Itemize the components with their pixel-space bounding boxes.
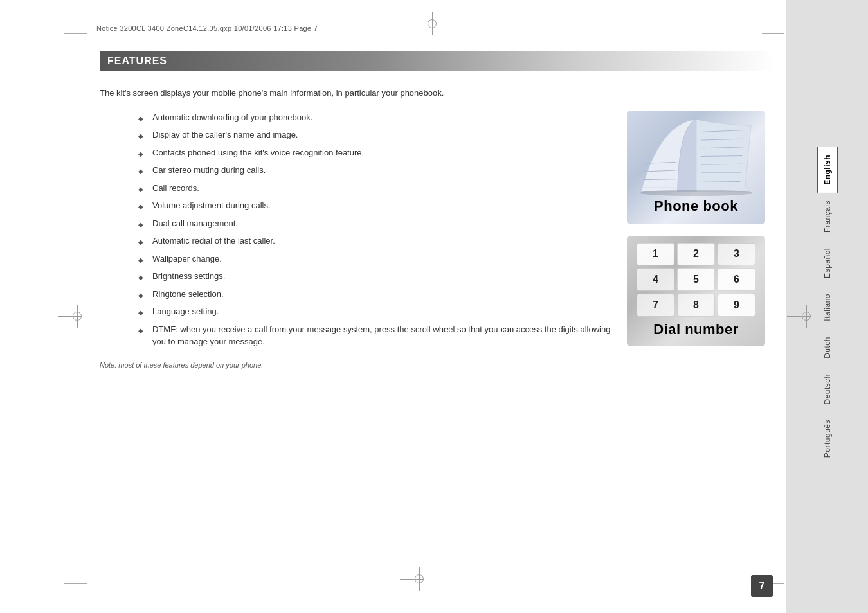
- bullet-icon: ◆: [138, 114, 143, 123]
- dialnumber-label: Dial number: [653, 321, 739, 338]
- content-columns: ◆ Automatic downloading of your phoneboo…: [100, 111, 775, 369]
- key-1: 1: [637, 243, 674, 266]
- feature-text: Automatic redial of the last caller.: [152, 235, 275, 247]
- list-item: ◆ Wallpaper change.: [100, 253, 614, 265]
- feature-text: Display of the caller's name and image.: [152, 129, 298, 141]
- crop-mark-bottom-left-h: [64, 583, 87, 584]
- bullet-icon: ◆: [138, 131, 143, 141]
- language-tab-portugues[interactable]: Português: [818, 412, 837, 465]
- key-5: 5: [677, 268, 715, 291]
- list-item: ◆ Language setting.: [100, 305, 614, 318]
- crop-mark-bottom-left-v: [86, 574, 86, 597]
- list-item: ◆ Call records.: [100, 182, 614, 195]
- key-8: 8: [677, 294, 715, 317]
- bullet-icon: ◆: [138, 184, 143, 194]
- feature-text: Contacts phoned using the kit's voice re…: [152, 147, 364, 159]
- feature-text-dtmf: DTMF: when you receive a call from your …: [152, 323, 614, 348]
- key-7: 7: [637, 294, 674, 317]
- key-2: 2: [677, 243, 715, 266]
- language-tabs: English Français Español Italiano Dutch …: [817, 147, 838, 465]
- list-item: ◆ Ringtone selection.: [100, 288, 614, 301]
- bullet-icon: ◆: [138, 149, 143, 159]
- crop-mark-top-left-v: [86, 19, 86, 42]
- feature-text: Dual call management.: [152, 217, 238, 230]
- feature-text: Volume adjustment during calls.: [152, 199, 271, 212]
- main-content: FEATURES The kit's screen displays your …: [100, 51, 775, 581]
- bullet-icon: ◆: [138, 237, 143, 247]
- feature-list: ◆ Automatic downloading of your phoneboo…: [100, 111, 614, 348]
- language-tab-english[interactable]: English: [817, 147, 838, 193]
- features-header: FEATURES: [100, 51, 775, 71]
- page-number: 7: [751, 575, 773, 597]
- left-column: ◆ Automatic downloading of your phoneboo…: [100, 111, 614, 369]
- language-tab-dutch[interactable]: Dutch: [818, 329, 837, 366]
- language-tab-francais[interactable]: Français: [818, 193, 837, 240]
- right-column: Phone book 1 2 3 4 5 6 7 8 9 Dial number: [627, 111, 775, 369]
- key-4: 4: [637, 268, 674, 291]
- keypad-grid: 1 2 3 4 5 6 7 8 9: [637, 243, 755, 317]
- language-tab-italiano[interactable]: Italiano: [818, 286, 837, 329]
- list-item: ◆ Car stereo muting during calls.: [100, 164, 614, 177]
- bullet-icon: ◆: [138, 220, 143, 229]
- key-6: 6: [718, 268, 755, 291]
- list-item: ◆ Dual call management.: [100, 217, 614, 230]
- vertical-rule-left: [86, 51, 86, 578]
- phonebook-pages-graphic: [633, 116, 759, 198]
- bullet-icon: ◆: [138, 202, 143, 211]
- bullet-icon: ◆: [138, 290, 143, 300]
- features-title: FEATURES: [107, 55, 167, 67]
- feature-text: Call records.: [152, 182, 199, 195]
- file-header: Notice 3200CL 3400 ZoneC14.12.05.qxp 10/…: [96, 24, 318, 32]
- intro-text: The kit's screen displays your mobile ph…: [100, 87, 775, 100]
- bullet-icon: ◆: [138, 326, 143, 335]
- language-tab-deutsch[interactable]: Deutsch: [818, 366, 837, 413]
- dialnumber-image: 1 2 3 4 5 6 7 8 9 Dial number: [627, 236, 765, 346]
- crop-mark-bottom-right-v: [782, 574, 782, 597]
- list-item: ◆ Display of the caller's name and image…: [100, 129, 614, 141]
- list-item: ◆ Brightness settings.: [100, 270, 614, 283]
- crop-mark-top-right-h: [762, 33, 784, 34]
- list-item: ◆ Automatic downloading of your phoneboo…: [100, 111, 614, 124]
- list-item: ◆ Contacts phoned using the kit's voice …: [100, 147, 614, 159]
- language-tab-espanol[interactable]: Español: [818, 240, 837, 286]
- key-3: 3: [718, 243, 755, 266]
- svg-point-11: [640, 190, 753, 196]
- bullet-icon: ◆: [138, 272, 143, 282]
- feature-text: Ringtone selection.: [152, 288, 224, 301]
- feature-text: Wallpaper change.: [152, 253, 222, 265]
- key-9: 9: [718, 294, 755, 317]
- phonebook-image: Phone book: [627, 111, 765, 224]
- feature-text: Language setting.: [152, 305, 219, 318]
- list-item: ◆ Automatic redial of the last caller.: [100, 235, 614, 247]
- language-sidebar: English Français Español Italiano Dutch …: [786, 0, 868, 613]
- phonebook-label: Phone book: [654, 198, 738, 215]
- feature-text: Car stereo muting during calls.: [152, 164, 266, 177]
- bullet-icon: ◆: [138, 308, 143, 317]
- bullet-icon: ◆: [138, 255, 143, 265]
- feature-text: Automatic downloading of your phonebook.: [152, 111, 312, 124]
- note-text: Note: most of these features depend on y…: [100, 361, 614, 369]
- list-item-dtmf: ◆ DTMF: when you receive a call from you…: [100, 323, 614, 348]
- crop-mark-top-left-h: [64, 33, 87, 34]
- feature-text: Brightness settings.: [152, 270, 225, 283]
- bullet-icon: ◆: [138, 166, 143, 176]
- list-item: ◆ Volume adjustment during calls.: [100, 199, 614, 212]
